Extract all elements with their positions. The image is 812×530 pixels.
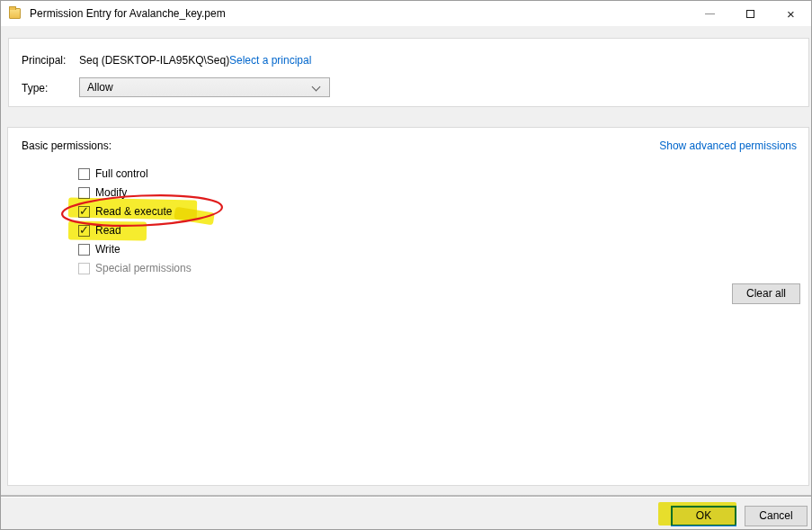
folder-icon <box>9 8 21 19</box>
read-checkbox[interactable] <box>78 225 90 237</box>
minimize-icon <box>705 13 715 14</box>
footer-separator <box>1 495 811 498</box>
write-checkbox[interactable] <box>78 244 90 256</box>
show-advanced-permissions-link[interactable]: Show advanced permissions <box>659 139 797 152</box>
cancel-button[interactable]: Cancel <box>745 506 808 526</box>
permission-label[interactable]: Modify <box>95 186 127 199</box>
special-permissions-checkbox <box>78 263 90 274</box>
clear-all-button[interactable]: Clear all <box>732 283 800 304</box>
title-bar: Permission Entry for Avalanche_key.pem × <box>1 1 811 26</box>
type-dropdown[interactable]: Allow <box>79 77 330 97</box>
principal-panel: Principal: Seq (DESKTOP-ILA95KQ\Seq) Sel… <box>8 38 809 107</box>
permission-label[interactable]: Write <box>95 243 120 256</box>
permission-label: Special permissions <box>95 262 192 274</box>
read-execute-checkbox[interactable] <box>78 206 90 218</box>
close-button[interactable]: × <box>771 1 811 26</box>
maximize-button[interactable] <box>730 1 771 26</box>
permission-label[interactable]: Read & execute <box>95 205 172 218</box>
permission-row-write: Write <box>78 242 120 256</box>
permission-label[interactable]: Read <box>95 224 121 237</box>
minimize-button[interactable] <box>690 1 730 26</box>
type-label: Type: <box>22 82 48 94</box>
permission-entry-dialog: Permission Entry for Avalanche_key.pem ×… <box>0 0 812 530</box>
close-icon: × <box>787 7 795 21</box>
permission-row-read-execute: Read & execute <box>78 204 172 219</box>
permission-row-special: Special permissions <box>78 261 192 275</box>
permissions-panel: Basic permissions: Show advanced permiss… <box>7 127 809 486</box>
basic-permissions-label: Basic permissions: <box>22 139 112 152</box>
permission-row-modify: Modify <box>78 185 127 200</box>
maximize-icon <box>746 10 754 18</box>
principal-value: Seq (DESKTOP-ILA95KQ\Seq) <box>79 54 229 67</box>
select-principal-link[interactable]: Select a principal <box>229 54 311 67</box>
principal-label: Principal: <box>22 54 66 67</box>
permission-row-read: Read <box>78 223 121 238</box>
full-control-checkbox[interactable] <box>78 168 90 180</box>
permission-row-full-control: Full control <box>78 166 148 181</box>
chevron-down-icon <box>312 83 321 92</box>
permission-label[interactable]: Full control <box>95 167 148 180</box>
modify-checkbox[interactable] <box>78 187 90 199</box>
window-title: Permission Entry for Avalanche_key.pem <box>30 7 226 20</box>
ok-button[interactable]: OK <box>671 506 736 526</box>
type-dropdown-value: Allow <box>87 81 113 94</box>
